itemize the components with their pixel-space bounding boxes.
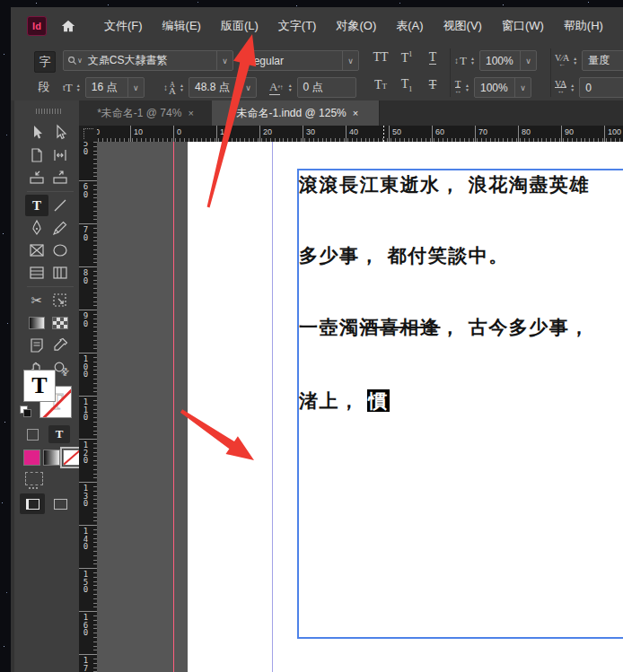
color-swatch-magenta[interactable] (23, 449, 40, 466)
tracking-field[interactable]: 0 (579, 77, 623, 98)
ruler-label: 160 (83, 614, 89, 637)
text-line-2: 多少事， 都付笑談中。 (299, 243, 509, 267)
formatting-affects-container-button[interactable] (27, 429, 39, 441)
kerning-field[interactable]: 量度 (582, 50, 623, 71)
tracking-stepper[interactable]: ▲▼ (567, 78, 577, 97)
character-formatting-button[interactable]: 字 (34, 51, 56, 73)
pen-tool-icon[interactable] (25, 217, 48, 239)
ellipse-frame-tool-icon[interactable] (48, 240, 72, 261)
content-collector-tool-icon[interactable] (25, 167, 48, 188)
direct-selection-tool-icon[interactable] (48, 122, 72, 144)
baseline-shift-field[interactable]: 0 点 (297, 77, 356, 98)
ruler-tick (475, 126, 476, 142)
baseline-shift-stepper[interactable]: ▲▼ (285, 78, 295, 97)
horizontal-grid-tool-icon[interactable] (25, 262, 48, 284)
pencil-tool-icon[interactable] (48, 217, 72, 239)
none-swatch[interactable] (63, 449, 80, 466)
page-tool-icon[interactable] (25, 144, 48, 166)
panel-drag-grip[interactable] (36, 109, 61, 114)
document-tab-2[interactable]: *未命名-1.indd @ 125%× (212, 100, 380, 126)
ruler-tick (604, 126, 605, 142)
leading-stepper[interactable]: ▲▼ (177, 78, 187, 97)
rectangle-frame-tool-icon[interactable] (25, 240, 48, 261)
font-style-combo[interactable]: Regular ∨ (240, 50, 359, 71)
small-caps-button[interactable]: TT (370, 78, 391, 92)
scissors-tool-icon[interactable]: ✂ (25, 290, 48, 311)
document-canvas[interactable]: 滾滾長江東逝水， 浪花淘盡英雄多少事， 都付笑談中。一壺濁酒喜相逢， 古今多少事… (97, 142, 623, 672)
ruler-origin-corner[interactable] (79, 126, 97, 142)
chevron-down-icon[interactable]: ∨ (342, 51, 358, 70)
close-tab-icon[interactable]: × (353, 108, 358, 118)
all-caps-button[interactable]: TT (370, 50, 391, 65)
vertical-grid-tool-icon[interactable] (48, 262, 72, 284)
font-family-combo[interactable]: ∨ 文鼎CS大隸書繁 ∨ (63, 50, 233, 71)
formatting-target-row: T (20, 425, 79, 445)
eyedropper-tool-icon[interactable] (48, 335, 72, 356)
gradient-swatch[interactable] (43, 449, 60, 466)
chevron-down-icon[interactable]: ∨ (216, 51, 233, 70)
ruler-label: 60 (83, 183, 89, 198)
menu-v[interactable]: 视图(V) (434, 13, 492, 39)
paragraph-formatting-button[interactable]: 段 (34, 77, 54, 97)
vertical-scale-field[interactable]: 100% ∨ (479, 50, 537, 71)
gradient-swatch-tool-icon[interactable] (25, 312, 48, 334)
menu-h[interactable]: 帮助(H) (554, 13, 613, 39)
content-placer-tool-icon[interactable] (48, 167, 72, 188)
formatting-affects-text-button[interactable]: T (48, 425, 70, 443)
close-tab-icon[interactable]: × (188, 108, 193, 118)
menu-a[interactable]: 表(A) (386, 13, 433, 39)
gap-tool-icon[interactable] (48, 144, 72, 166)
ruler-tick (303, 126, 303, 142)
kerning-stepper[interactable]: ▲▼ (570, 51, 580, 70)
type-tool-icon[interactable]: T (25, 195, 48, 216)
ruler-label: 40 (349, 127, 358, 136)
ruler-tick (561, 126, 562, 142)
font-size-icon: tT (63, 81, 73, 95)
chevron-down-icon[interactable]: ∨ (240, 78, 256, 97)
ruler-label: 90 (83, 312, 89, 327)
default-fill-stroke-icon[interactable] (20, 406, 31, 416)
free-transform-tool-icon[interactable] (48, 290, 72, 311)
menu-e[interactable]: 编辑(E) (153, 13, 211, 39)
font-size-field[interactable]: 16 点 ∨ (85, 77, 145, 98)
chevron-down-icon[interactable]: ∨ (514, 78, 531, 97)
horizontal-ruler[interactable]: 20100102030405060708090100 (97, 126, 623, 142)
vertical-scale-stepper[interactable]: ▲▼ (468, 51, 478, 70)
apply-effects-icon[interactable] (25, 472, 43, 485)
font-size-stepper[interactable]: ▲▼ (74, 78, 83, 97)
text-segment: 一壺濁 (299, 316, 360, 338)
menu-o[interactable]: 对象(O) (326, 13, 386, 39)
horizontal-scale-field[interactable]: 100% ∨ (474, 77, 531, 98)
font-family-value: 文鼎CS大隸書繁 (83, 53, 216, 68)
subscript-button[interactable]: T1 (396, 77, 417, 93)
menu-w[interactable]: 窗口(W) (492, 13, 554, 39)
line-tool-icon[interactable] (48, 195, 72, 216)
chevron-down-icon[interactable]: ∨ (127, 78, 144, 97)
superscript-button[interactable]: T1 (396, 50, 417, 65)
ruler-label: 100 (83, 355, 89, 379)
home-icon[interactable] (58, 16, 78, 36)
preview-view-button[interactable] (48, 493, 72, 514)
indesign-logo-icon[interactable]: Id (27, 16, 47, 36)
fill-indicator[interactable]: T (23, 370, 56, 402)
selection-tool-icon[interactable] (25, 122, 48, 144)
underline-button[interactable]: T (422, 50, 443, 65)
horizontal-scale-stepper[interactable]: ▲▼ (462, 78, 472, 97)
menu-t[interactable]: 文字(T) (268, 13, 327, 39)
ruler-tick (173, 126, 174, 142)
menu-f[interactable]: 文件(F) (94, 13, 153, 39)
normal-view-button[interactable] (20, 493, 45, 514)
gradient-feather-tool-icon[interactable] (48, 312, 72, 334)
ruler-position-marker (383, 126, 384, 142)
text-segment: 渚上， (299, 389, 367, 412)
leading-field[interactable]: 48.8 点 ∨ (189, 77, 257, 98)
swap-fill-stroke-icon[interactable]: ⇄ (58, 365, 73, 380)
chevron-down-icon[interactable]: ∨ (520, 51, 536, 70)
menu-l[interactable]: 版面(L) (211, 13, 268, 39)
document-tab-1[interactable]: *未命名-1 @ 74%× (79, 100, 213, 126)
ruler-label: 110 (83, 398, 89, 422)
ruler-tick (79, 266, 97, 267)
note-tool-icon[interactable] (25, 335, 48, 356)
vertical-ruler[interactable]: 5060708090100110120130140150160170 (79, 142, 97, 672)
strikethrough-button[interactable]: T (422, 78, 443, 92)
